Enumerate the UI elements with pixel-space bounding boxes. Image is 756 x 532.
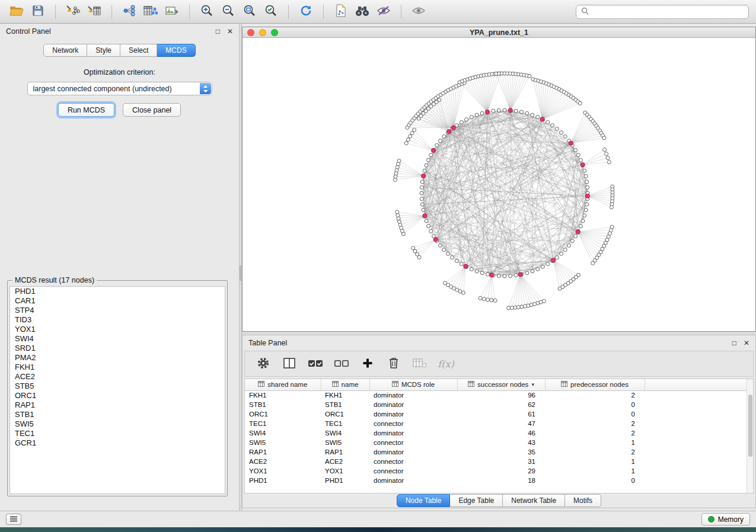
panel-menu-button[interactable] (6, 514, 21, 525)
tab-node-table[interactable]: Node Table (397, 494, 451, 507)
table-row[interactable]: FKH1FKH1dominator962 (245, 390, 753, 400)
import-network-button[interactable] (63, 3, 82, 21)
close-panel-icon[interactable]: ✕ (227, 28, 233, 35)
mcds-result-item[interactable]: STB5 (10, 382, 225, 391)
table-row[interactable]: PHD1PHD1dominator180 (245, 476, 753, 485)
float-panel-icon[interactable]: □ (216, 28, 220, 35)
new-network-button[interactable] (120, 3, 139, 21)
zoom-in-button[interactable] (197, 3, 216, 21)
find-button[interactable] (353, 3, 372, 21)
column-header-name[interactable]: name (321, 379, 369, 390)
save-session-button[interactable] (28, 3, 47, 21)
main-toolbar (0, 0, 756, 24)
table-row[interactable]: ORC1ORC1dominator610 (245, 409, 753, 419)
column-header-mcds-role[interactable]: MCDS role (369, 379, 457, 390)
table-row[interactable]: SWI5SWI5connector431 (245, 438, 753, 447)
table-vertical-scrollbar[interactable] (747, 379, 753, 493)
refresh-layout-button[interactable] (296, 3, 315, 21)
mcds-result-item[interactable]: GCR1 (10, 438, 225, 448)
cell-predecessor-nodes: 1 (545, 466, 645, 476)
tab-network-table[interactable]: Network Table (503, 494, 565, 507)
mcds-result-item[interactable]: FKH1 (10, 363, 225, 372)
column-menu-arrow-icon[interactable]: ▾ (531, 382, 534, 387)
mcds-result-item[interactable]: PHD1 (10, 287, 225, 296)
table-row[interactable]: STB1STB1dominator620 (245, 400, 753, 409)
toggle-graphics-button[interactable] (374, 3, 393, 21)
mcds-result-item[interactable]: TID3 (10, 315, 225, 325)
table-panel-header: Table Panel □ ✕ (243, 335, 755, 351)
find-binoculars-icon (355, 5, 370, 18)
column-header-shared-name[interactable]: shared name (245, 379, 321, 390)
zoom-selected-button[interactable] (261, 3, 280, 21)
mcds-result-item[interactable]: STP4 (10, 306, 225, 315)
mcds-result-item[interactable]: ACE2 (10, 372, 225, 382)
close-panel-icon[interactable]: ✕ (744, 339, 749, 347)
mcds-result-list[interactable]: PHD1CAR1STP4TID3YOX1SWI4SRD1PMA2FKH1ACE2… (9, 286, 225, 494)
mcds-result-item[interactable]: STB1 (10, 410, 225, 419)
memory-button[interactable]: Memory (701, 513, 750, 525)
import-table-button[interactable] (85, 3, 104, 21)
tab-select[interactable]: Select (120, 44, 157, 57)
delete-table-icon (413, 358, 427, 370)
network-canvas[interactable] (243, 38, 755, 331)
zoom-out-button[interactable] (219, 3, 238, 21)
table-row[interactable]: ACE2ACE2connector311 (245, 457, 753, 466)
table-column-icon (332, 381, 339, 388)
tab-network[interactable]: Network (43, 44, 87, 57)
deselect-all-button[interactable] (331, 354, 352, 374)
network-window-titlebar[interactable]: YPA_prune.txt_1 (243, 27, 755, 38)
mcds-result-item[interactable]: RAP1 (10, 400, 225, 410)
cell-mcds-role: connector (369, 466, 457, 476)
cell-successor-nodes: 46 (457, 428, 545, 438)
tab-style[interactable]: Style (87, 44, 120, 57)
mcds-result-item[interactable]: SRD1 (10, 344, 225, 353)
select-all-button[interactable] (305, 354, 326, 374)
table-settings-button[interactable] (253, 354, 273, 374)
mcds-result-item[interactable]: SWI5 (10, 419, 225, 429)
column-layout-button[interactable] (279, 354, 299, 374)
delete-table-button[interactable] (410, 354, 430, 374)
optimization-criterion-select[interactable]: largest connected component (undirected) (27, 82, 212, 95)
new-table-button[interactable] (141, 3, 160, 21)
cell-successor-nodes: 61 (457, 409, 545, 419)
export-image-button[interactable] (162, 3, 181, 21)
cell-shared-name: STB1 (245, 400, 321, 409)
show-graphics-details-icon (412, 5, 426, 18)
memory-status-icon (708, 516, 714, 523)
table-row[interactable]: RAP1RAP1dominator352 (245, 447, 753, 457)
search-input[interactable] (592, 8, 744, 16)
close-panel-button[interactable]: Close panel (123, 103, 181, 117)
splitter-handle[interactable] (240, 265, 241, 281)
mcds-result-item[interactable]: PMA2 (10, 353, 225, 363)
zoom-fit-button[interactable] (240, 3, 259, 21)
cell-shared-name: FKH1 (245, 390, 321, 400)
search-box[interactable] (576, 5, 749, 19)
column-header-predecessor-nodes[interactable]: predecessor nodes (545, 379, 645, 390)
tab-edge-table[interactable]: Edge Table (450, 494, 503, 507)
table-row[interactable]: SWI4SWI4dominator462 (245, 428, 753, 438)
mcds-result-item[interactable]: YOX1 (10, 325, 225, 334)
toolbar-separator (189, 5, 190, 19)
mcds-result-item[interactable]: ORC1 (10, 391, 225, 400)
mcds-result-item[interactable]: TEC1 (10, 429, 225, 438)
table-row[interactable]: TEC1TEC1connector472 (245, 419, 753, 428)
tab-mcds[interactable]: MCDS (157, 44, 195, 57)
table-row[interactable]: YOX1YOX1connector291 (245, 466, 753, 476)
scrollbar-thumb[interactable] (748, 395, 752, 457)
add-column-button[interactable] (358, 354, 378, 374)
open-session-button[interactable] (7, 3, 26, 21)
minimize-window-icon[interactable] (259, 29, 266, 36)
function-builder-button[interactable]: f(x) (436, 354, 456, 374)
table-column-icon (392, 381, 398, 388)
delete-column-button[interactable] (384, 354, 404, 374)
show-graphics-button[interactable] (409, 3, 428, 21)
tab-motifs[interactable]: Motifs (565, 494, 601, 507)
maximize-window-icon[interactable] (271, 29, 278, 36)
export-network-button[interactable] (331, 3, 350, 21)
float-panel-icon[interactable]: □ (732, 339, 736, 347)
run-mcds-button[interactable]: Run MCDS (58, 103, 114, 117)
column-header-successor-nodes[interactable]: successor nodes▾ (457, 379, 545, 390)
mcds-result-item[interactable]: SWI4 (10, 334, 225, 344)
mcds-result-item[interactable]: CAR1 (10, 296, 225, 306)
close-window-icon[interactable] (247, 29, 254, 36)
